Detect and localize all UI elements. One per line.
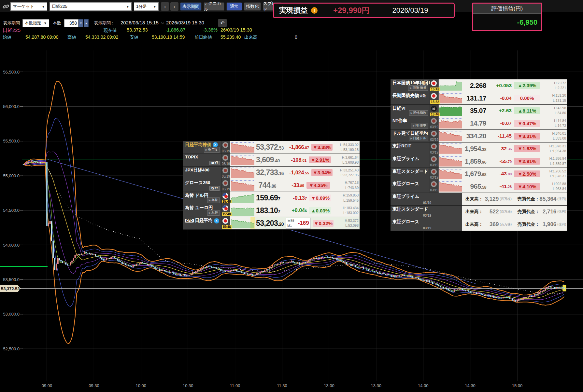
- market-row[interactable]: 為替 ドル円▶為替15:48159.697-0.137▼0.09%H:159.8…: [183, 192, 360, 205]
- market-row[interactable]: 東証プライム03/191,859.96-55.79▼2.91%H:1,886.9…: [391, 155, 567, 168]
- market-select[interactable]: マーケット▼: [10, 2, 47, 11]
- timeframe-select[interactable]: 1分足▼: [134, 2, 159, 11]
- currency-flag-icon: [222, 205, 228, 211]
- market-row[interactable]: 為替 ユーロ円▶為替15:48183.107+0.046▲0.03%H:183.…: [183, 204, 360, 217]
- last-update-date: 03/19: [430, 138, 438, 142]
- period-mode-select[interactable]: 本数指定▼: [22, 19, 49, 27]
- realized-pnl-date: 2026/03/19: [392, 6, 428, 15]
- symbol-select[interactable]: 日経225▼: [50, 2, 132, 11]
- instrument-name: TOPIX: [185, 155, 198, 159]
- sub-category-chip[interactable]: ▶為替: [207, 210, 220, 216]
- pct-change-badge: ▲0.03%: [309, 207, 331, 214]
- pct-change-badge: ▼4.10%: [514, 183, 540, 190]
- stat-label: 前日終値: [194, 34, 212, 40]
- current-price-tag: 53,372.53: [0, 285, 21, 292]
- market-row[interactable]: グロース250⧉ Y!03/19744.86-33.85▼4.35%H:767.…: [183, 179, 360, 192]
- last-price: 183.107: [256, 206, 280, 215]
- sub-category-chip[interactable]: ▶日経ドル: [409, 136, 428, 141]
- warning-icon[interactable]: !: [311, 7, 318, 14]
- market-row[interactable]: NT倍率▶NT倍率03/1914.79-0.07▼0.47%H:14.84L:1…: [391, 117, 567, 130]
- market-closed-icon: [222, 142, 228, 148]
- last-price: 32,733.16: [256, 168, 284, 177]
- sub-category-chip[interactable]: ▶国債 債券: [408, 85, 428, 91]
- svg-text:13:30: 13:30: [371, 383, 382, 388]
- yahoo-link-button[interactable]: ⧉ Y!: [209, 186, 220, 191]
- app-window: 56,500.056,000.055,500.055,000.054,500.0…: [0, 0, 583, 392]
- last-price: 334.20: [463, 132, 486, 140]
- price-change: -43.00: [486, 171, 512, 177]
- mini-chart: [438, 117, 462, 129]
- link-icon[interactable]: [2, 3, 9, 10]
- market-row[interactable]: 東証REIT03/191,954.38-32.36▼1.63%H:1,978.3…: [391, 142, 567, 155]
- last-update-time: 15:42: [430, 88, 440, 91]
- realized-pnl-box: 実現損益 ! +29,990円 2026/03/19: [273, 3, 455, 18]
- market-row[interactable]: JPX日経40003/1932,733.16-1,024.55▼3.04%H:3…: [183, 167, 360, 179]
- sub-category-chip[interactable]: ▶NT倍率: [411, 123, 428, 128]
- count-increment-button[interactable]: ▲: [84, 19, 89, 27]
- market-row[interactable]: CFD日経平均X15:4853,203.20日経比:-169▼0.32%H:53…: [183, 217, 360, 230]
- price-change: -1,866.87: [284, 144, 309, 150]
- mini-chart: [230, 154, 255, 166]
- volume-unit: (百万株): [500, 222, 512, 227]
- tab-2[interactable]: テクニカル: [204, 2, 224, 11]
- last-price: 1,679.68: [463, 170, 486, 178]
- high-low-values: H:992.88L:963.84: [540, 182, 566, 191]
- market-row[interactable]: ドル建て日経平均▶日経ドル03/19334.20-11.45▼3.31%H:34…: [391, 130, 567, 142]
- reset-range-button[interactable]: ↶: [218, 19, 227, 27]
- market-row[interactable]: TOPIX⧉ Y!03/193,609.40-108.01▼2.91%H:3,6…: [183, 154, 360, 167]
- last-price: 2.268: [463, 82, 486, 89]
- sub-category-chip[interactable]: ▶為替: [207, 197, 220, 203]
- instrument-name: 日本国債10年利回り: [392, 80, 433, 85]
- volume-row[interactable]: 東証プライム03/19出来高：3,129(百万株)売買代金：85,364(億円): [391, 193, 567, 206]
- high-low-values: H:767.18L:743.39: [330, 180, 359, 190]
- x-share-icon[interactable]: X: [214, 218, 219, 223]
- mini-chart: [438, 130, 462, 142]
- last-price: 35.07: [463, 107, 486, 115]
- last-update-time: 15:32: [430, 100, 440, 104]
- high-low-values: H:1,978.31L:1,954.38: [540, 144, 566, 154]
- svg-text:54,500.0: 54,500.0: [3, 208, 20, 213]
- currency-flag-icon: [222, 193, 228, 199]
- pct-change-badge: ▼2.91%: [309, 156, 331, 163]
- market-row[interactable]: 日経VI▶恐怖指数☠15:4635.07+2.63▲8.11%H:43.98L:…: [391, 105, 567, 117]
- market-row[interactable]: 東証グロース03/19965.58-41.28▼4.10%H:992.88L:9…: [391, 180, 567, 193]
- turnover-unit: (億円): [557, 222, 566, 227]
- svg-text:55,000.0: 55,000.0: [3, 173, 20, 178]
- turnover-label: 売買代金：: [518, 209, 540, 215]
- turnover-label: 売買代金：: [518, 222, 540, 227]
- range-value: 2026/03/18 15:15 ～ 2026/03/19 15:30: [121, 20, 204, 26]
- turnover-unit: (億円): [557, 210, 566, 214]
- market-row[interactable]: 日本国債10年利回り▶国債 債券15:422.268+0.053▲2.39%H:…: [391, 79, 567, 92]
- mini-chart: [230, 192, 255, 204]
- volume-row[interactable]: 東証スタンダード03/19出来高：522(百万株)売買代金：2,716(億円): [391, 206, 567, 218]
- market-row[interactable]: 長期国債先物大取15:32131.17-0.040.00%H:131.20L:1…: [391, 92, 567, 105]
- yahoo-link-button[interactable]: ⧉ Y!: [209, 161, 220, 165]
- stat-label: 出来高: [244, 34, 258, 40]
- last-price: 744.86: [256, 181, 276, 190]
- segment-name: 東証グロース: [392, 219, 419, 224]
- last-update-date: 03/19: [423, 201, 431, 205]
- volume-row[interactable]: 東証グロース03/19出来高：369(百万株)売買代金：1,906(億円): [391, 218, 567, 231]
- svg-text:10:00: 10:00: [136, 383, 147, 388]
- sub-category-chip[interactable]: ▶恐怖指数: [409, 110, 428, 116]
- prev-button[interactable]: ‹: [161, 2, 169, 11]
- tab-1[interactable]: 表示期間: [180, 2, 202, 11]
- pct-change-badge: ▼4.35%: [306, 182, 330, 189]
- sub-category-chip[interactable]: ▶寄与度: [204, 147, 220, 153]
- market-closed-icon: [431, 143, 437, 149]
- count-decrement-button[interactable]: ▼: [78, 19, 83, 27]
- next-button[interactable]: ›: [170, 2, 178, 11]
- pct-change-badge: ▲2.39%: [514, 82, 540, 89]
- stat-value: 54,287.80 09:00: [25, 34, 58, 40]
- last-update-time: 15:46: [430, 113, 440, 116]
- exchange-suffix: 大取: [419, 94, 426, 98]
- market-closed-icon: [222, 155, 228, 161]
- instrument-name: 為替 ドル円: [185, 193, 208, 198]
- market-row[interactable]: 日経平均株価X▶寄与度03/1953,372.53-1,866.87▼3.38%…: [183, 141, 360, 154]
- tab-4[interactable]: 指数化: [244, 2, 261, 11]
- tab-3[interactable]: 通常: [226, 2, 242, 11]
- volume-value: 3,129: [483, 196, 499, 202]
- last-update-date: 03/19: [222, 162, 230, 166]
- market-row[interactable]: 東証スタンダード03/191,679.68-43.00▼2.50%H:1,706…: [391, 168, 567, 181]
- count-input[interactable]: 358: [64, 19, 78, 27]
